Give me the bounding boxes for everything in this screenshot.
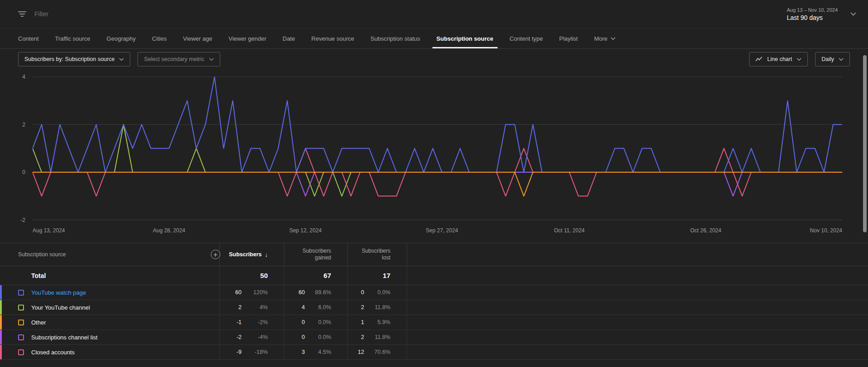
table-row-closed-accounts[interactable]: Closed accounts-9-18%34.5%1270.6% bbox=[0, 345, 868, 360]
total-lost-value: 17 bbox=[383, 272, 390, 279]
lost-cell: 1270.6% bbox=[348, 345, 407, 359]
tab-content-type[interactable]: Content type bbox=[502, 28, 551, 48]
table-row-other[interactable]: Other-1-2%00.0%15.9% bbox=[0, 315, 868, 330]
granularity-dropdown[interactable]: Daily bbox=[815, 52, 850, 66]
row-checkbox[interactable] bbox=[18, 334, 24, 340]
column-header-subscribers-gained[interactable]: Subscribers gained bbox=[285, 243, 348, 266]
total-checkbox[interactable] bbox=[18, 273, 24, 278]
column-header-subscribers[interactable]: Subscribers ↓ bbox=[220, 243, 285, 266]
filter-bar[interactable] bbox=[18, 10, 787, 18]
table-body: YouTube watch page60120%6089.6%00.0%Your… bbox=[0, 285, 868, 360]
row-checkbox[interactable] bbox=[18, 320, 24, 325]
x-axis-label: Oct 11, 2024 bbox=[554, 227, 585, 234]
vertical-scrollbar[interactable] bbox=[863, 55, 867, 232]
column-header-subscribers-label: Subscribers bbox=[229, 251, 261, 258]
chevron-down-icon bbox=[797, 58, 802, 61]
x-axis-label: Aug 13, 2024 bbox=[33, 227, 65, 234]
source-name: Closed accounts bbox=[31, 349, 75, 356]
column-header-source-label: Subscription source bbox=[18, 251, 66, 258]
subscribers-percent: 4% bbox=[242, 304, 268, 311]
lost-cell: 15.9% bbox=[348, 315, 407, 329]
source-name: Other bbox=[31, 319, 46, 326]
row-checkbox[interactable] bbox=[18, 290, 24, 296]
row-checkbox[interactable] bbox=[18, 305, 24, 311]
table-row-your-youtube-channel[interactable]: Your YouTube channel24%46.0%211.8% bbox=[0, 300, 868, 315]
secondary-metric-dropdown[interactable]: Select secondary metric bbox=[138, 52, 220, 66]
y-axis-label: -2 bbox=[0, 216, 25, 224]
gained-cell: 00.0% bbox=[285, 315, 348, 329]
source-name-cell: Subscriptions channel list bbox=[0, 330, 220, 344]
source-name[interactable]: YouTube watch page bbox=[31, 289, 86, 296]
x-axis-label: Sep 27, 2024 bbox=[426, 227, 458, 234]
chart-type-dropdown[interactable]: Line chart bbox=[749, 52, 808, 66]
filter-input[interactable] bbox=[34, 10, 224, 18]
total-gained-cell: 67 bbox=[285, 266, 348, 285]
total-filler bbox=[407, 266, 868, 285]
gained-cell: 34.5% bbox=[285, 345, 348, 359]
series-color-strip bbox=[0, 300, 2, 315]
source-name: Subscriptions channel list bbox=[31, 334, 98, 341]
series-color-strip bbox=[0, 345, 2, 359]
source-name-cell: YouTube watch page bbox=[0, 285, 220, 300]
lost-value: 12 bbox=[358, 349, 364, 355]
lost-percent: 11.8% bbox=[364, 334, 390, 340]
gained-percent: 89.6% bbox=[305, 289, 331, 296]
date-range-picker[interactable]: Aug 13 – Nov 10, 2024 Last 90 days bbox=[787, 7, 856, 21]
row-checkbox[interactable] bbox=[18, 349, 24, 355]
primary-metric-dropdown[interactable]: Subscribers by: Subscription source bbox=[18, 52, 130, 66]
x-axis-label: Oct 26, 2024 bbox=[690, 227, 721, 234]
add-metric-column-icon[interactable]: + bbox=[211, 250, 220, 259]
subscribers-value: 60 bbox=[235, 289, 242, 296]
subscribers-value: -9 bbox=[237, 349, 242, 355]
tab-subscription-source[interactable]: Subscription source bbox=[428, 28, 502, 48]
subscribers-cell: -9-18% bbox=[220, 345, 285, 359]
tab-label: Viewer age bbox=[183, 35, 212, 42]
tab-label: Playlist bbox=[559, 35, 578, 42]
primary-metric-label: Subscribers by: Subscription source bbox=[24, 56, 114, 62]
tab-revenue-source[interactable]: Revenue source bbox=[303, 28, 362, 48]
tab-cities[interactable]: Cities bbox=[144, 28, 175, 48]
tab-viewer-gender[interactable]: Viewer gender bbox=[220, 28, 275, 48]
tab-subscription-status[interactable]: Subscription status bbox=[362, 28, 428, 48]
gained-percent: 0.0% bbox=[305, 319, 331, 325]
lost-percent: 11.8% bbox=[364, 304, 390, 311]
lost-cell: 00.0% bbox=[348, 285, 407, 300]
row-filler bbox=[407, 285, 868, 300]
y-axis-label: 4 bbox=[0, 73, 25, 80]
gained-cell: 46.0% bbox=[285, 300, 348, 315]
youtube-studio-analytics: Aug 13 – Nov 10, 2024 Last 90 days Conte… bbox=[0, 0, 868, 367]
tab-label: Subscription status bbox=[370, 35, 420, 42]
tab-viewer-age[interactable]: Viewer age bbox=[175, 28, 220, 48]
subscribers-value: -1 bbox=[237, 319, 242, 325]
y-axis-label: 2 bbox=[0, 121, 25, 128]
column-header-gained-label: Subscribers gained bbox=[294, 248, 331, 261]
subscribers-cell: -1-2% bbox=[220, 315, 285, 329]
y-axis-label: 0 bbox=[0, 169, 25, 176]
source-name: Your YouTube channel bbox=[31, 304, 90, 311]
date-range-text: Aug 13 – Nov 10, 2024 bbox=[787, 7, 838, 13]
lost-cell: 211.8% bbox=[348, 300, 407, 315]
chevron-down-icon bbox=[119, 58, 124, 61]
column-header-lost-label: Subscribers lost bbox=[353, 248, 390, 261]
table-row-total[interactable]: Total 50 67 17 bbox=[0, 266, 868, 285]
lost-percent: 70.6% bbox=[364, 349, 390, 355]
tab-geography[interactable]: Geography bbox=[99, 28, 144, 48]
column-header-source[interactable]: Subscription source bbox=[0, 243, 220, 266]
subscribers-cell: 24% bbox=[220, 300, 285, 315]
row-filler bbox=[407, 345, 868, 359]
tab-date[interactable]: Date bbox=[275, 28, 303, 48]
tab-traffic-source[interactable]: Traffic source bbox=[47, 28, 99, 48]
tab-content[interactable]: Content bbox=[10, 28, 47, 48]
table-row-subscriptions-channel-list[interactable]: Subscriptions channel list-2-4%00.0%211.… bbox=[0, 330, 868, 345]
secondary-metric-label: Select secondary metric bbox=[144, 56, 204, 62]
tab-playlist[interactable]: Playlist bbox=[551, 28, 586, 48]
x-axis-label: Sep 12, 2024 bbox=[289, 227, 322, 234]
tab-more[interactable]: More bbox=[586, 28, 624, 48]
column-header-subscribers-lost[interactable]: Subscribers lost bbox=[348, 243, 407, 266]
subscribers-percent: -18% bbox=[242, 349, 268, 355]
subscribers-line-chart[interactable] bbox=[33, 73, 842, 227]
tab-label: Revenue source bbox=[311, 35, 354, 42]
table-row-youtube-watch-page[interactable]: YouTube watch page60120%6089.6%00.0% bbox=[0, 285, 868, 300]
tab-label: Subscription source bbox=[436, 35, 493, 42]
gained-cell: 6089.6% bbox=[285, 285, 348, 300]
